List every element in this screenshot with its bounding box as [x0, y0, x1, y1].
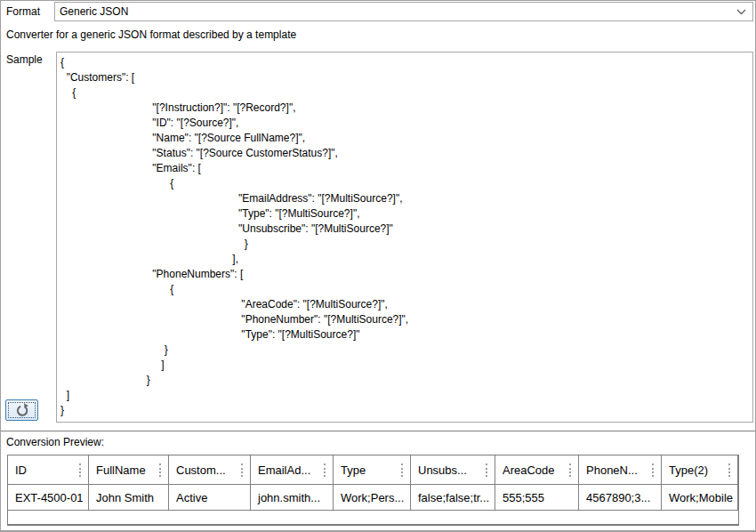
chevron-down-icon[interactable]: [736, 9, 746, 15]
preview-grid: IDFullNameCustom...EmailAd...TypeUnsubs.…: [7, 455, 739, 526]
format-dropdown[interactable]: Generic JSON: [54, 2, 753, 21]
column-menu-icon[interactable]: [569, 463, 573, 477]
table-cell[interactable]: 4567890;3...: [579, 485, 662, 511]
column-header-label: Type: [341, 463, 366, 477]
refresh-icon: [15, 403, 29, 417]
column-header-label: ID: [15, 463, 27, 477]
format-label: Format: [6, 5, 40, 18]
column-header-label: AreaCode: [503, 463, 555, 477]
column-menu-icon[interactable]: [401, 463, 405, 477]
column-header-unsubs[interactable]: Unsubs...: [411, 455, 495, 485]
column-header-label: EmailAd...: [258, 463, 310, 477]
column-header-type[interactable]: Type: [334, 455, 411, 485]
column-header-phonen[interactable]: PhoneN...: [579, 455, 662, 485]
preview-grid-empty-area: [8, 511, 738, 524]
column-header-label: PhoneN...: [586, 463, 638, 477]
column-header-label: FullName: [96, 463, 146, 477]
column-menu-icon[interactable]: [159, 463, 163, 477]
column-header-id[interactable]: ID: [8, 455, 89, 485]
column-header-label: Custom...: [176, 463, 226, 477]
column-header-emailad[interactable]: EmailAd...: [251, 455, 334, 485]
column-menu-icon[interactable]: [486, 463, 489, 477]
column-header-custom[interactable]: Custom...: [169, 455, 251, 485]
table-cell[interactable]: john.smith...: [251, 485, 334, 511]
table-cell[interactable]: 555;555: [495, 485, 579, 511]
column-menu-icon[interactable]: [324, 463, 327, 477]
conversion-preview-title: Conversion Preview:: [6, 436, 104, 448]
converter-window: Format Generic JSON Converter for a gene…: [0, 0, 756, 532]
sample-template-text: { "Customers": [ { "[?Instruction?]": "[…: [57, 52, 752, 418]
table-cell[interactable]: John Smith: [89, 485, 169, 511]
column-header-type-2[interactable]: Type(2): [662, 455, 738, 485]
column-header-fullname[interactable]: FullName: [89, 455, 169, 485]
sample-label: Sample: [6, 53, 43, 66]
table-cell[interactable]: Work;Pers...: [334, 485, 411, 511]
column-header-label: Type(2): [669, 463, 708, 477]
table-cell[interactable]: Work;Mobile: [662, 485, 738, 511]
column-menu-icon[interactable]: [241, 463, 245, 477]
column-header-label: Unsubs...: [418, 463, 467, 477]
table-cell[interactable]: EXT-4500-01: [8, 485, 89, 511]
column-menu-icon[interactable]: [728, 463, 732, 477]
sample-template-textarea[interactable]: { "Customers": [ { "[?Instruction?]": "[…: [56, 52, 753, 423]
conversion-preview-panel: Conversion Preview: IDFullNameCustom...E…: [1, 431, 755, 530]
column-menu-icon[interactable]: [79, 463, 83, 477]
preview-grid-header-row: IDFullNameCustom...EmailAd...TypeUnsubs.…: [8, 455, 738, 485]
column-header-areacode[interactable]: AreaCode: [495, 455, 579, 485]
format-selected-value: Generic JSON: [60, 5, 128, 18]
column-menu-icon[interactable]: [652, 463, 655, 477]
converter-description: Converter for a generic JSON format desc…: [6, 28, 296, 41]
table-cell[interactable]: false;false;tr...: [411, 485, 495, 511]
table-row[interactable]: EXT-4500-01John SmithActivejohn.smith...…: [8, 485, 738, 511]
table-cell[interactable]: Active: [169, 485, 251, 511]
refresh-preview-button[interactable]: [5, 399, 38, 421]
